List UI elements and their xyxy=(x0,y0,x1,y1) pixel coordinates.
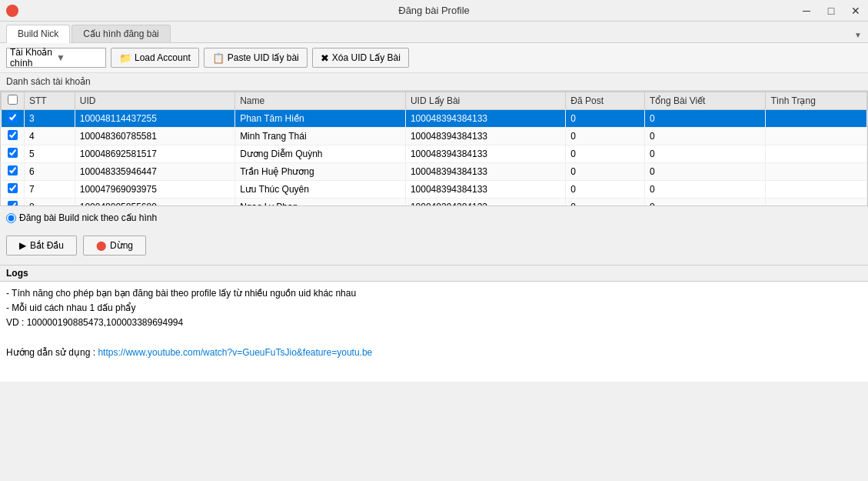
window-title: Đăng bài Profile xyxy=(398,5,470,16)
table-body: 3 100048114437255 Phan Tâm Hiền 10004839… xyxy=(2,110,867,207)
row-name: Minh Trang Thái xyxy=(235,128,406,145)
row-name: Lưu Thúc Quyên xyxy=(235,181,406,199)
row-checkbox-cell xyxy=(2,199,25,207)
tab-build-nick[interactable]: Build Nick xyxy=(6,25,70,43)
option-row: Đăng bài Build nick theo cấu hình xyxy=(0,206,868,229)
header-checkbox-cell xyxy=(2,92,25,110)
account-select[interactable]: Tài Khoản chính ▼ xyxy=(6,48,106,68)
row-uid: 100047969093975 xyxy=(75,181,234,199)
stop-icon: ⬤ xyxy=(96,240,106,251)
paste-uid-button[interactable]: 📋 Paste UID lấy bài xyxy=(204,48,308,68)
log-line-3: VD : 100000190885473,100003389694994 xyxy=(6,316,862,330)
row-checkbox[interactable] xyxy=(8,183,18,193)
minimize-button[interactable]: ─ xyxy=(794,0,819,22)
select-all-checkbox[interactable] xyxy=(8,95,18,105)
row-stt: 5 xyxy=(25,145,75,163)
log-guide: Hướng dẫn sử dụng : https://www.youtube.… xyxy=(6,346,862,360)
logs-label: Logs xyxy=(0,266,868,282)
row-checkbox[interactable] xyxy=(8,201,18,206)
accounts-table-container: STT UID Name UID Lấy Bài Đã Post Tổng Bà… xyxy=(0,91,868,206)
row-da-post: 0 xyxy=(566,163,645,181)
close-button[interactable]: ✕ xyxy=(843,0,868,22)
header-uid-lay-bai: UID Lấy Bài xyxy=(405,92,565,110)
row-checkbox[interactable] xyxy=(8,165,18,175)
row-tong-bai-viet: 0 xyxy=(644,163,766,181)
row-stt: 8 xyxy=(25,199,75,207)
table-header-row: STT UID Name UID Lấy Bài Đã Post Tổng Bà… xyxy=(2,92,867,110)
row-stt: 3 xyxy=(25,110,75,128)
table-row[interactable]: 6 100048335946447 Trần Huệ Phương 100048… xyxy=(2,163,867,181)
radio-option-label[interactable]: Đăng bài Build nick theo cấu hình xyxy=(6,212,157,223)
row-checkbox[interactable] xyxy=(8,130,18,140)
row-name: Ngọc Ly Phan xyxy=(235,199,406,207)
row-uid: 100048692581517 xyxy=(75,145,234,163)
radio-option-input[interactable] xyxy=(6,213,16,223)
toolbar: Tài Khoản chính ▼ 📁 Load Account 📋 Paste… xyxy=(0,43,868,73)
row-da-post: 0 xyxy=(566,145,645,163)
guide-link[interactable]: https://www.youtube.com/watch?v=GueuFuTs… xyxy=(98,347,372,358)
maximize-button[interactable]: □ xyxy=(819,0,843,22)
row-tong-bai-viet: 0 xyxy=(644,110,766,128)
row-uid: 100048360785581 xyxy=(75,128,234,145)
log-line-2: - Mỗi uid cách nhau 1 dấu phẩy xyxy=(6,301,862,316)
row-checkbox-cell xyxy=(2,110,25,128)
row-uid: 100048114437255 xyxy=(75,110,234,128)
start-button[interactable]: ▶ Bắt Đầu xyxy=(6,235,77,256)
stop-button[interactable]: ⬤ Dừng xyxy=(83,235,146,256)
folder-icon: 📁 xyxy=(119,52,131,64)
header-tinh-trang: Tình Trạng xyxy=(766,92,867,110)
table-section-label: Danh sách tài khoản xyxy=(0,73,868,91)
delete-icon: ✖ xyxy=(321,52,329,64)
table-row[interactable]: 8 100048005855680 Ngọc Ly Phan 100048394… xyxy=(2,199,867,207)
header-da-post: Đã Post xyxy=(566,92,645,110)
table-row[interactable]: 3 100048114437255 Phan Tâm Hiền 10004839… xyxy=(2,110,867,128)
tab-dropdown-arrow[interactable]: ▼ xyxy=(854,31,862,39)
table-row[interactable]: 7 100047969093975 Lưu Thúc Quyên 1000483… xyxy=(2,181,867,199)
row-checkbox[interactable] xyxy=(8,112,18,122)
row-uid-lay-bai: 100048394384133 xyxy=(405,110,565,128)
row-uid-lay-bai: 100048394384133 xyxy=(405,163,565,181)
row-da-post: 0 xyxy=(566,181,645,199)
header-stt: STT xyxy=(25,92,75,110)
row-uid-lay-bai: 100048394384133 xyxy=(405,128,565,145)
load-account-button[interactable]: 📁 Load Account xyxy=(111,48,199,68)
row-tinh-trang xyxy=(766,199,867,207)
row-da-post: 0 xyxy=(566,199,645,207)
logs-content: - Tính năng cho phép bạn bạn đăng bài th… xyxy=(0,282,868,382)
tab-cau-hinh[interactable]: Cấu hình đăng bài xyxy=(72,25,170,42)
accounts-table: STT UID Name UID Lấy Bài Đã Post Tổng Bà… xyxy=(1,92,867,206)
row-stt: 6 xyxy=(25,163,75,181)
header-name: Name xyxy=(235,92,406,110)
row-da-post: 0 xyxy=(566,128,645,145)
row-name: Dương Diễm Quỳnh xyxy=(235,145,406,163)
row-checkbox-cell xyxy=(2,128,25,145)
table-row[interactable]: 4 100048360785581 Minh Trang Thái 100048… xyxy=(2,128,867,145)
row-stt: 4 xyxy=(25,128,75,145)
paste-icon: 📋 xyxy=(212,52,224,64)
row-tinh-trang xyxy=(766,145,867,163)
row-uid-lay-bai: 100048394384133 xyxy=(405,181,565,199)
close-red-button[interactable] xyxy=(6,5,18,17)
row-checkbox[interactable] xyxy=(8,148,18,158)
account-select-arrow-icon: ▼ xyxy=(56,52,102,63)
row-uid-lay-bai: 100048394384133 xyxy=(405,199,565,207)
row-tinh-trang xyxy=(766,181,867,199)
delete-uid-button[interactable]: ✖ Xóa UID Lấy Bài xyxy=(312,48,409,68)
row-tong-bai-viet: 0 xyxy=(644,145,766,163)
row-da-post: 0 xyxy=(566,110,645,128)
row-tinh-trang xyxy=(766,163,867,181)
row-checkbox-cell xyxy=(2,181,25,199)
row-stt: 7 xyxy=(25,181,75,199)
row-name: Trần Huệ Phương xyxy=(235,163,406,181)
row-checkbox-cell xyxy=(2,163,25,181)
logs-section: Logs - Tính năng cho phép bạn bạn đăng b… xyxy=(0,265,868,382)
header-tong-bai-viet: Tổng Bài Viết xyxy=(644,92,766,110)
row-tinh-trang xyxy=(766,110,867,128)
row-uid: 100048335946447 xyxy=(75,163,234,181)
action-buttons: ▶ Bắt Đầu ⬤ Dừng xyxy=(0,229,868,262)
row-uid-lay-bai: 100048394384133 xyxy=(405,145,565,163)
table-row[interactable]: 5 100048692581517 Dương Diễm Quỳnh 10004… xyxy=(2,145,867,163)
row-tong-bai-viet: 0 xyxy=(644,128,766,145)
header-uid: UID xyxy=(75,92,234,110)
log-line-1: - Tính năng cho phép bạn bạn đăng bài th… xyxy=(6,286,862,301)
